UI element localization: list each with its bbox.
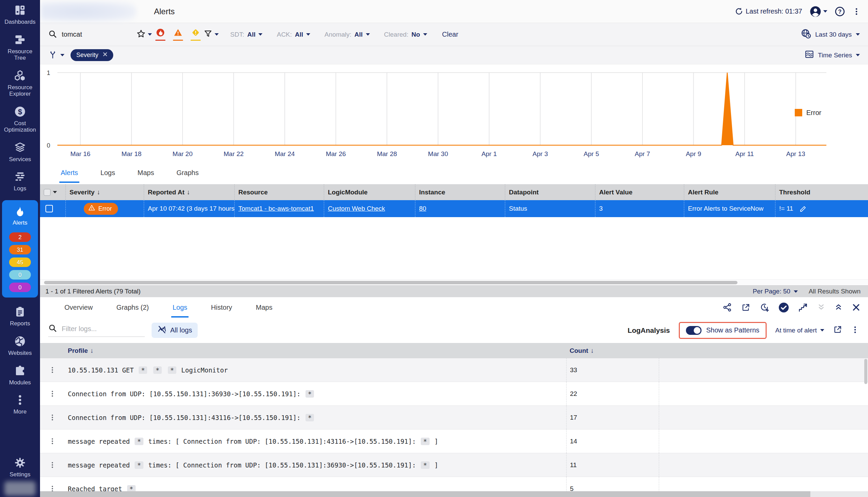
- table-horizontal-scrollbar[interactable]: [40, 279, 868, 285]
- column-header-severity[interactable]: Severity↓: [66, 184, 144, 200]
- select-all-checkbox[interactable]: [44, 189, 50, 196]
- alert-count-badge[interactable]: 0: [9, 270, 31, 280]
- chevron-down-icon[interactable]: [53, 191, 57, 193]
- row-kebab-icon[interactable]: [40, 366, 64, 374]
- alert-count-badge[interactable]: 2: [9, 232, 31, 242]
- logs-filter-input[interactable]: [62, 325, 140, 333]
- instance-link[interactable]: 80: [419, 205, 426, 212]
- funnel-icon: [203, 29, 212, 40]
- tab-graphs[interactable]: Graphs: [175, 163, 200, 183]
- detail-tab-logs[interactable]: Logs: [171, 298, 189, 317]
- group-by-button[interactable]: [48, 50, 64, 60]
- sidebar-item-label: Modules: [9, 379, 31, 386]
- scrollbar-thumb[interactable]: [40, 491, 810, 497]
- user-menu[interactable]: [810, 6, 827, 17]
- sidebar-item-alerts[interactable]: Alerts2314500: [2, 200, 38, 298]
- row-checkbox[interactable]: [45, 205, 53, 212]
- close-icon[interactable]: [102, 51, 108, 59]
- refresh-button[interactable]: Last refresh: 01:37: [734, 7, 802, 16]
- alert-count-badge[interactable]: 0: [9, 283, 31, 292]
- row-kebab-icon[interactable]: [40, 461, 64, 469]
- alerts-table-row[interactable]: ErrorApr 10 07:42 (3 days 17 hoursTomcat…: [40, 200, 868, 217]
- filter-anomaly-select[interactable]: Anomaly:All: [324, 31, 370, 38]
- open-logs-page-button[interactable]: [833, 325, 842, 336]
- help-button[interactable]: ?: [835, 6, 845, 17]
- severity-filter-critical[interactable]: [155, 28, 165, 41]
- vertical-scrollbar-thumb[interactable]: [864, 359, 867, 384]
- row-kebab-icon[interactable]: [40, 414, 64, 421]
- column-header-logicmodule[interactable]: LogicModule: [324, 184, 415, 200]
- chart-view-select[interactable]: Time Series: [805, 49, 860, 61]
- sidebar-item-settings[interactable]: Settings: [1, 457, 39, 478]
- close-icon[interactable]: [852, 303, 860, 312]
- all-logs-chip[interactable]: All logs: [151, 323, 198, 338]
- sidebar-item-services[interactable]: Services: [1, 141, 39, 163]
- bottom-horizontal-scrollbar[interactable]: [40, 491, 868, 497]
- tab-maps[interactable]: Maps: [136, 163, 156, 183]
- log-column-header-profile[interactable]: Profile↓: [64, 347, 566, 355]
- schedule-sdt-icon[interactable]: [760, 303, 769, 312]
- row-kebab-icon[interactable]: [40, 437, 64, 445]
- detail-tab-graphs-2-[interactable]: Graphs (2): [115, 298, 150, 317]
- svg-text:Mar 28: Mar 28: [377, 150, 397, 157]
- scrollbar-thumb[interactable]: [44, 281, 737, 284]
- sidebar-item-reports[interactable]: Reports: [1, 306, 39, 327]
- saved-filters-button[interactable]: [136, 29, 152, 40]
- column-header-alert-rule[interactable]: Alert Rule: [684, 184, 776, 200]
- advanced-filter-button[interactable]: [203, 29, 219, 40]
- sidebar-item-modules[interactable]: Modules: [1, 365, 39, 386]
- resource-link[interactable]: Tomcat1 - bc-aws-tomcat1: [238, 205, 314, 212]
- alert-count-badge[interactable]: 45: [9, 257, 31, 267]
- filter-sdt-select[interactable]: SDT:All: [230, 31, 262, 38]
- escalate-icon[interactable]: [798, 303, 808, 312]
- time-range-select[interactable]: Last 30 days: [801, 28, 860, 40]
- column-header-instance[interactable]: Instance: [415, 184, 505, 200]
- alert-count-badge[interactable]: 31: [9, 245, 31, 254]
- sidebar-item-dashboards[interactable]: Dashboards: [1, 4, 39, 26]
- search-input[interactable]: [62, 30, 126, 38]
- filter-cleared-select[interactable]: Cleared:No: [384, 31, 427, 38]
- detail-tab-overview[interactable]: Overview: [63, 298, 94, 317]
- log-pattern-row[interactable]: message repeated * times: [ Connection f…: [40, 453, 868, 477]
- log-pattern-row[interactable]: Connection from UDP: [10.55.150.131]:431…: [40, 406, 868, 429]
- log-pattern-row[interactable]: message repeated * times: [ Connection f…: [40, 429, 868, 453]
- column-header-reported-at[interactable]: Reported At↓: [144, 184, 235, 200]
- logs-overflow-menu[interactable]: [851, 326, 859, 335]
- row-kebab-icon[interactable]: [40, 485, 64, 492]
- filter-ack-select[interactable]: ACK:All: [277, 31, 310, 38]
- show-as-patterns-toggle[interactable]: [686, 326, 702, 335]
- log-pattern-row[interactable]: 10.55.150.131 GET * * * LogicMonitor33: [40, 358, 868, 382]
- sidebar-item-websites[interactable]: Websites: [1, 335, 39, 357]
- tab-alerts[interactable]: Alerts: [59, 163, 79, 183]
- log-pattern-row[interactable]: Connection from UDP: [10.55.150.131]:369…: [40, 382, 868, 406]
- column-header-alert-value[interactable]: Alert Value: [595, 184, 684, 200]
- per-page-select[interactable]: Per Page: 50: [753, 288, 798, 295]
- detail-tab-maps[interactable]: Maps: [255, 298, 274, 317]
- column-header-resource[interactable]: Resource: [235, 184, 324, 200]
- column-header-datapoint[interactable]: Datapoint: [505, 184, 595, 200]
- log-pattern-row[interactable]: Reached target *5: [40, 477, 868, 492]
- severity-filter-warning[interactable]: [191, 28, 201, 41]
- sidebar-item-resource-tree[interactable]: Resource Tree: [1, 33, 39, 61]
- group-chip-severity[interactable]: Severity: [71, 49, 113, 61]
- tab-logs[interactable]: Logs: [99, 163, 116, 183]
- edit-threshold-icon[interactable]: [799, 205, 807, 213]
- logicmodule-link[interactable]: Custom Web Check: [328, 205, 385, 212]
- expand-up-icon[interactable]: [835, 303, 842, 311]
- detail-tab-history[interactable]: History: [209, 298, 233, 317]
- overflow-menu[interactable]: [852, 8, 860, 16]
- sidebar-item-more[interactable]: More: [1, 394, 39, 415]
- open-in-new-icon[interactable]: [741, 303, 750, 312]
- sidebar-item-logs[interactable]: Logs: [1, 171, 39, 192]
- select-all-cell[interactable]: [40, 184, 66, 200]
- share-icon[interactable]: [723, 303, 732, 312]
- severity-filter-error[interactable]: [173, 28, 183, 41]
- log-column-header-count[interactable]: Count↓: [566, 347, 659, 355]
- row-kebab-icon[interactable]: [40, 390, 64, 398]
- sidebar-item-resource-explorer[interactable]: Resource Explorer: [1, 70, 39, 97]
- acknowledge-icon[interactable]: [779, 302, 789, 313]
- clear-filters-button[interactable]: Clear: [442, 30, 458, 38]
- sidebar-item-cost-optimization[interactable]: $Cost Optimization: [1, 105, 39, 133]
- log-time-window-select[interactable]: At time of alert: [776, 327, 825, 334]
- column-header-threshold[interactable]: Threshold: [776, 184, 868, 200]
